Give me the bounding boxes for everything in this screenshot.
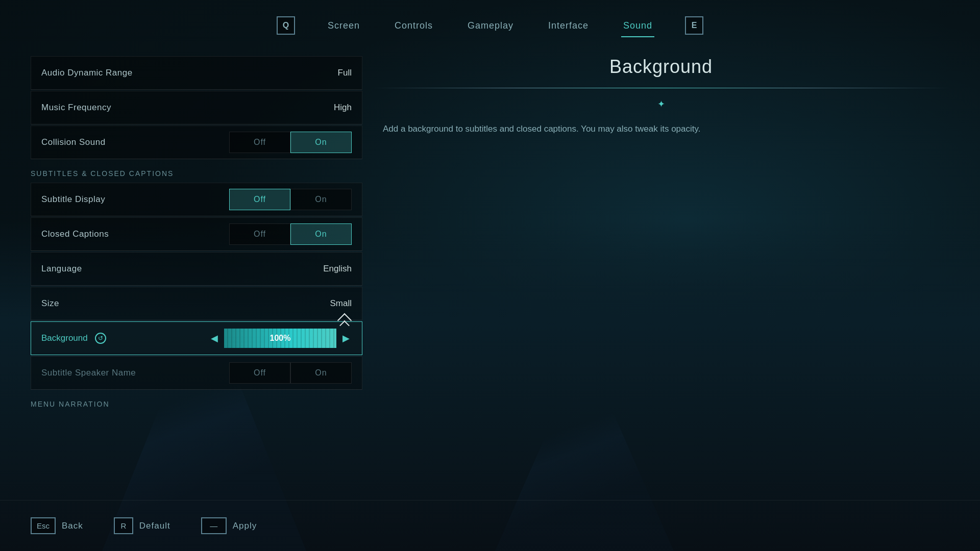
subtitles-section-header: SUBTITLES & CLOSED CAPTIONS [31, 160, 362, 183]
nav-right-key[interactable]: E [685, 16, 703, 35]
default-key-icon: R [114, 517, 133, 534]
background-slider-left[interactable]: ◀ [209, 331, 220, 346]
closed-captions-row[interactable]: Closed Captions Off On [31, 217, 362, 251]
subtitle-display-label: Subtitle Display [41, 194, 105, 205]
right-panel-divider [373, 88, 949, 88]
tab-screen[interactable]: Screen [326, 16, 362, 35]
back-button[interactable]: Esc Back [31, 517, 83, 534]
closed-captions-off[interactable]: Off [229, 223, 290, 245]
subtitle-display-off[interactable]: Off [229, 189, 290, 210]
default-button[interactable]: R Default [114, 517, 170, 534]
right-info-panel: Background ✦ Add a background to subtitl… [373, 56, 949, 495]
audio-dynamic-range-label: Audio Dynamic Range [41, 68, 133, 78]
closed-captions-label: Closed Captions [41, 229, 109, 239]
audio-dynamic-range-value: Full [338, 68, 352, 78]
collision-sound-label: Collision Sound [41, 137, 106, 147]
tab-interface[interactable]: Interface [546, 16, 591, 35]
top-nav: Q Screen Controls Gameplay Interface Sou… [0, 0, 980, 51]
collision-sound-off[interactable]: Off [229, 132, 290, 153]
default-label: Default [139, 521, 170, 531]
background-slider-right[interactable]: ▶ [340, 331, 352, 346]
language-row[interactable]: Language English [31, 252, 362, 286]
menu-narration-header: MENU NARRATION [31, 391, 362, 413]
size-row[interactable]: Size Small [31, 287, 362, 320]
apply-label: Apply [233, 521, 257, 531]
subtitle-speaker-toggle: Off On [229, 362, 352, 384]
back-key-icon: Esc [31, 517, 56, 534]
subtitle-speaker-on[interactable]: On [290, 362, 352, 384]
music-frequency-value: High [334, 103, 352, 113]
size-value: Small [330, 298, 352, 309]
collision-sound-toggle: Off On [229, 132, 352, 153]
subtitle-display-row[interactable]: Subtitle Display Off On [31, 183, 362, 216]
subtitle-display-on[interactable]: On [290, 189, 352, 210]
background-slider-control: ◀ 100% ▶ [209, 329, 352, 348]
apply-key-icon: — [201, 517, 227, 534]
background-slider-bar[interactable]: 100% [224, 329, 336, 348]
tab-sound[interactable]: Sound [621, 16, 654, 35]
left-settings-panel: Audio Dynamic Range Full Music Frequency… [31, 56, 362, 495]
nav-left-key[interactable]: Q [277, 16, 295, 35]
audio-dynamic-range-row[interactable]: Audio Dynamic Range Full [31, 56, 362, 90]
subtitle-speaker-row[interactable]: Subtitle Speaker Name Off On [31, 356, 362, 390]
subtitle-display-toggle: Off On [229, 189, 352, 210]
right-panel-description: Add a background to subtitles and closed… [373, 122, 949, 136]
background-slider-label: Background ↺ [41, 333, 106, 344]
music-frequency-row[interactable]: Music Frequency High [31, 91, 362, 124]
background-slider-row[interactable]: Background ↺ ◀ 100% ▶ [31, 321, 362, 355]
language-value: English [323, 264, 352, 274]
background-reset-icon[interactable]: ↺ [95, 333, 106, 344]
collision-sound-on[interactable]: On [290, 132, 352, 153]
right-panel-ornament: ✦ [373, 98, 949, 110]
right-panel-title: Background [373, 56, 949, 78]
tab-controls[interactable]: Controls [393, 16, 435, 35]
tab-gameplay[interactable]: Gameplay [465, 16, 516, 35]
back-label: Back [62, 521, 83, 531]
bottom-bar: Esc Back R Default — Apply [0, 500, 980, 551]
closed-captions-on[interactable]: On [290, 223, 352, 245]
collision-sound-row[interactable]: Collision Sound Off On [31, 126, 362, 159]
subtitle-speaker-off[interactable]: Off [229, 362, 290, 384]
closed-captions-toggle: Off On [229, 223, 352, 245]
settings-list: Audio Dynamic Range Full Music Frequency… [31, 56, 362, 413]
apply-button[interactable]: — Apply [201, 517, 257, 534]
music-frequency-label: Music Frequency [41, 103, 111, 113]
background-slider-value: 100% [270, 334, 291, 343]
subtitle-speaker-label: Subtitle Speaker Name [41, 368, 136, 378]
language-label: Language [41, 264, 82, 274]
size-label: Size [41, 298, 59, 309]
